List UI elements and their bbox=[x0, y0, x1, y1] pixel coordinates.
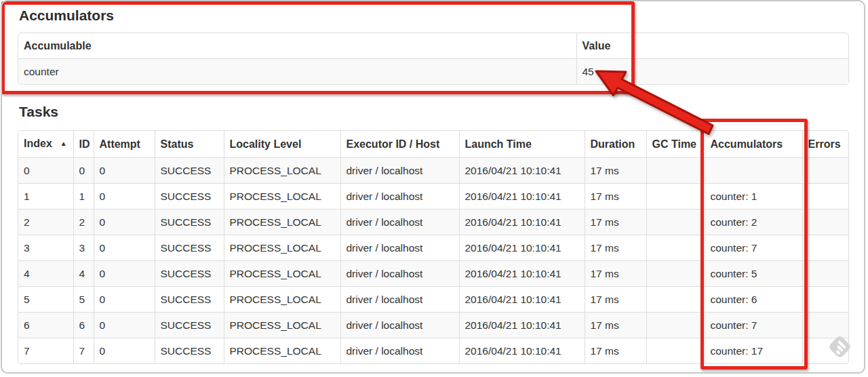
cell-attempt: 0 bbox=[94, 313, 155, 338]
table-row: 0 0 0 SUCCESS PROCESS_LOCAL driver / loc… bbox=[18, 158, 848, 184]
table-row: 1 1 0 SUCCESS PROCESS_LOCAL driver / loc… bbox=[18, 184, 848, 210]
cell-value: 45 bbox=[576, 59, 848, 85]
cell-accumulators: counter: 7 bbox=[705, 235, 802, 261]
column-header-executor-id-host[interactable]: Executor ID / Host bbox=[340, 131, 459, 158]
cell-attempt: 0 bbox=[94, 287, 155, 313]
cell-locality-level: PROCESS_LOCAL bbox=[224, 235, 340, 261]
column-header-duration[interactable]: Duration bbox=[585, 131, 646, 158]
cell-id: 2 bbox=[73, 210, 94, 235]
column-header-attempt[interactable]: Attempt bbox=[94, 131, 155, 158]
cell-accumulators: counter: 7 bbox=[705, 313, 802, 338]
table-row: 7 7 0 SUCCESS PROCESS_LOCAL driver / loc… bbox=[18, 338, 848, 364]
cell-status: SUCCESS bbox=[155, 287, 224, 313]
cell-id: 6 bbox=[73, 313, 94, 338]
cell-executor: driver / localhost bbox=[340, 261, 459, 287]
cell-attempt: 0 bbox=[94, 235, 155, 261]
cell-launch-time: 2016/04/21 10:10:41 bbox=[459, 261, 585, 287]
cell-index: 3 bbox=[18, 235, 73, 261]
cell-gc-time bbox=[646, 184, 705, 210]
cell-duration: 17 ms bbox=[585, 313, 646, 338]
cell-locality-level: PROCESS_LOCAL bbox=[224, 338, 340, 364]
cell-gc-time bbox=[646, 210, 705, 235]
column-header-accumulable: Accumulable bbox=[18, 33, 576, 59]
cell-accumulable: counter bbox=[18, 59, 576, 85]
cell-id: 4 bbox=[73, 261, 94, 287]
cell-executor: driver / localhost bbox=[340, 235, 459, 261]
cell-status: SUCCESS bbox=[155, 158, 224, 184]
cell-duration: 17 ms bbox=[585, 210, 646, 235]
cell-status: SUCCESS bbox=[155, 184, 224, 210]
cell-index: 5 bbox=[18, 287, 73, 313]
accumulators-table: Accumulable Value counter 45 bbox=[18, 33, 849, 85]
cell-launch-time: 2016/04/21 10:10:41 bbox=[459, 287, 585, 313]
cell-errors bbox=[802, 235, 848, 261]
cell-launch-time: 2016/04/21 10:10:41 bbox=[459, 338, 585, 364]
cell-errors bbox=[802, 287, 848, 313]
cell-status: SUCCESS bbox=[155, 313, 224, 338]
cell-executor: driver / localhost bbox=[340, 313, 459, 338]
cell-accumulators bbox=[705, 158, 802, 184]
sort-ascending-icon: ▲ bbox=[60, 140, 67, 147]
tasks-table: Index▲ ID Attempt Status Locality Level … bbox=[18, 130, 849, 364]
column-header-locality-level[interactable]: Locality Level bbox=[224, 131, 340, 158]
column-header-gc-time[interactable]: GC Time bbox=[646, 131, 705, 158]
table-row: 2 2 0 SUCCESS PROCESS_LOCAL driver / loc… bbox=[18, 210, 848, 235]
cell-index: 1 bbox=[18, 184, 73, 210]
cell-gc-time bbox=[646, 287, 705, 313]
column-header-errors[interactable]: Errors bbox=[802, 131, 848, 158]
table-row: 5 5 0 SUCCESS PROCESS_LOCAL driver / loc… bbox=[18, 287, 848, 313]
column-header-index-label: Index bbox=[24, 138, 52, 149]
cell-status: SUCCESS bbox=[155, 261, 224, 287]
cell-index: 0 bbox=[18, 158, 73, 184]
table-row: counter 45 bbox=[18, 59, 848, 85]
cell-gc-time bbox=[646, 235, 705, 261]
cell-gc-time bbox=[646, 158, 705, 184]
cell-index: 4 bbox=[18, 261, 73, 287]
cell-locality-level: PROCESS_LOCAL bbox=[224, 313, 340, 338]
cell-attempt: 0 bbox=[94, 184, 155, 210]
cell-id: 7 bbox=[73, 338, 94, 364]
cell-executor: driver / localhost bbox=[340, 184, 459, 210]
cell-accumulators: counter: 1 bbox=[705, 184, 802, 210]
column-header-launch-time[interactable]: Launch Time bbox=[459, 131, 585, 158]
cell-duration: 17 ms bbox=[585, 184, 646, 210]
cell-index: 6 bbox=[18, 313, 73, 338]
cell-executor: driver / localhost bbox=[340, 287, 459, 313]
cell-status: SUCCESS bbox=[155, 235, 224, 261]
accumulators-header-row: Accumulable Value bbox=[18, 33, 848, 59]
cell-duration: 17 ms bbox=[585, 338, 646, 364]
cell-accumulators: counter: 5 bbox=[705, 261, 802, 287]
page-content: Accumulators Accumulable Value counter 4… bbox=[18, 7, 849, 364]
cell-attempt: 0 bbox=[94, 338, 155, 364]
cell-launch-time: 2016/04/21 10:10:41 bbox=[459, 210, 585, 235]
cell-duration: 17 ms bbox=[585, 287, 646, 313]
cell-errors bbox=[802, 158, 848, 184]
cell-index: 7 bbox=[18, 338, 73, 364]
cell-gc-time bbox=[646, 313, 705, 338]
column-header-status[interactable]: Status bbox=[155, 131, 224, 158]
accumulators-section-title: Accumulators bbox=[19, 7, 849, 23]
cell-locality-level: PROCESS_LOCAL bbox=[224, 184, 340, 210]
cell-accumulators: counter: 17 bbox=[705, 338, 802, 364]
table-row: 3 3 0 SUCCESS PROCESS_LOCAL driver / loc… bbox=[18, 235, 848, 261]
cell-accumulators: counter: 6 bbox=[705, 287, 802, 313]
cell-id: 1 bbox=[73, 184, 94, 210]
tasks-header-row: Index▲ ID Attempt Status Locality Level … bbox=[18, 131, 848, 158]
cell-launch-time: 2016/04/21 10:10:41 bbox=[459, 313, 585, 338]
cell-status: SUCCESS bbox=[155, 338, 224, 364]
cell-duration: 17 ms bbox=[585, 235, 646, 261]
cell-duration: 17 ms bbox=[585, 261, 646, 287]
cell-status: SUCCESS bbox=[155, 210, 224, 235]
table-row: 4 4 0 SUCCESS PROCESS_LOCAL driver / loc… bbox=[18, 261, 848, 287]
column-header-id[interactable]: ID bbox=[73, 131, 94, 158]
cell-locality-level: PROCESS_LOCAL bbox=[224, 261, 340, 287]
cell-launch-time: 2016/04/21 10:10:41 bbox=[459, 184, 585, 210]
cell-gc-time bbox=[646, 261, 705, 287]
column-header-index[interactable]: Index▲ bbox=[18, 131, 73, 158]
column-header-value: Value bbox=[576, 33, 848, 59]
cell-gc-time bbox=[646, 338, 705, 364]
tasks-section-title: Tasks bbox=[19, 104, 849, 119]
column-header-accumulators[interactable]: Accumulators bbox=[705, 131, 802, 158]
cell-attempt: 0 bbox=[94, 210, 155, 235]
cell-id: 0 bbox=[73, 158, 94, 184]
